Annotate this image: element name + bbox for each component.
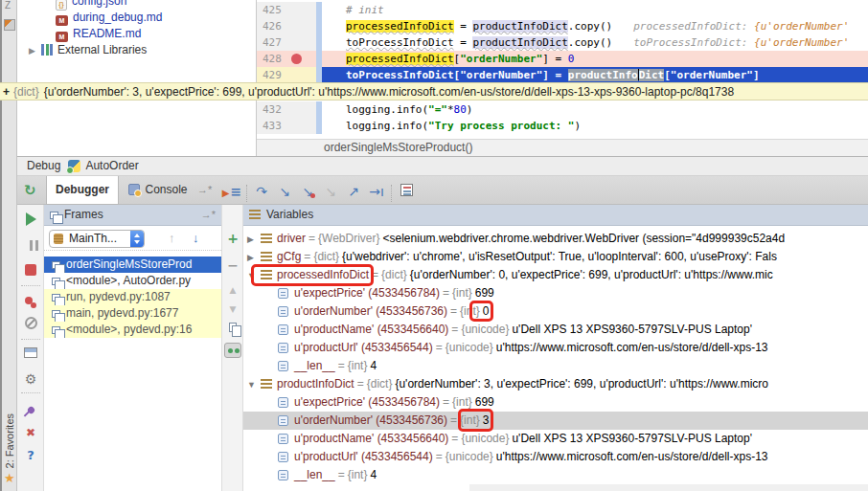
toolbar-separator [246,185,247,202]
top-section: {}config.json Mduring_debug.md MREADME.m… [17,0,868,156]
gutter-427[interactable]: 427 [257,34,316,51]
gutter-433[interactable]: 433 [257,118,316,134]
frames-pin-icon[interactable]: →* [201,205,216,225]
help-icon[interactable]: ? [17,446,44,465]
horizontal-scrollbar-track[interactable] [469,484,868,491]
field-icon [278,470,288,480]
tooltip-expand-icon[interactable]: + [3,85,10,99]
tool-window-stub-icon[interactable] [4,19,15,31]
toolbar-separator [21,339,40,340]
tab-debugger[interactable]: Debugger [46,176,119,205]
variable-row-ordernumber[interactable]: u'orderNumber' (4533456736)={int}0 [243,302,868,321]
evaluate-expression-icon[interactable] [395,179,418,202]
gutter-432[interactable]: 432 [257,101,316,118]
expand-arrow-icon[interactable]: ▶ [247,231,261,248]
tree-item-readme-md[interactable]: MREADME.md [17,26,256,42]
code-line-425[interactable]: 425 # init [257,2,868,18]
show-execution-point-icon[interactable]: ▶≡ [220,180,243,203]
gutter-425[interactable]: 425 [257,2,316,18]
frame-row-current[interactable]: orderSingleMsStoreProd [44,257,221,273]
step-into-icon[interactable]: ↘ [273,180,296,203]
frame-row[interactable]: <module>, AutoOrder.py [44,273,221,289]
view-breakpoints-icon[interactable] [17,291,44,310]
tab-pin-icon[interactable]: →* [197,184,212,195]
code-editor[interactable]: 425 # init 426 processedInfoDict = produ… [257,0,868,156]
pycharm-debug-window: Z 2: Favorites ★ {}config.json Mduring_d… [0,0,868,491]
variable-row-expectprice[interactable]: u'expectPrice' (4533456784)={int}699 [243,284,868,302]
tab-console[interactable]: Console [121,176,195,205]
python-run-config-icon [68,160,80,172]
breakpoint-icon[interactable] [291,54,302,64]
show-watches-icon[interactable] [222,343,243,360]
stop-icon[interactable] [17,262,44,281]
library-icon [41,44,53,56]
frames-list: orderSingleMsStoreProd <module>, AutoOrd… [44,251,221,338]
gutter-429[interactable]: 429 [257,67,316,83]
variable-row-producturl[interactable]: u'productUrl' (4533456544)={unicode}u'ht… [243,339,868,357]
code-line-426[interactable]: 426 processedInfoDict = productInfoDict.… [257,18,868,34]
variables-header: Variables [243,205,868,226]
dropdown-stepper-icon[interactable] [130,230,144,248]
favorites-tool-button[interactable]: 2: Favorites ★ [2,395,18,487]
variable-row-productname[interactable]: u'productName' (4533456640)={unicode}u'D… [243,430,868,448]
pause-program-icon[interactable] [17,237,44,257]
thread-selector-row: MainTh... ↑ ↓ [44,226,221,251]
field-icon [278,415,288,426]
debug-title-bar: DebugAutoOrder [17,157,868,176]
force-step-into-icon[interactable]: ↘ [319,180,342,203]
frame-up-icon[interactable]: ↑ [169,231,175,245]
tree-item-during-debug-md[interactable]: Mduring_debug.md [17,10,256,26]
duplicate-watch-icon[interactable] [222,320,243,337]
variables-panel: Variables ▶driver={WebDriver}<selenium.w… [243,205,868,491]
thread-dropdown[interactable]: MainTh... [49,230,145,248]
annotation-box-ordernumber-3 [458,409,493,432]
code-line-432[interactable]: 432 logging.info("="*80) [257,101,868,118]
pin-tab-icon[interactable] [17,400,44,419]
variable-row-productinfodict[interactable]: ▼productInfoDict={dict}{u'orderNumber': … [243,375,868,393]
variable-row-expectprice[interactable]: u'expectPrice' (4533456784)={int}699 [243,393,868,412]
frame-row-library[interactable]: <module>, pydevd.py:16 [44,322,221,338]
mute-breakpoints-icon[interactable] [17,316,44,335]
restore-layout-icon[interactable] [17,345,44,364]
left-tool-window-bar: Z 2: Favorites ★ [0,0,17,491]
editor-breadcrumb[interactable]: orderSingleMsStoreProduct() [257,139,868,156]
frame-down-icon[interactable]: ↓ [193,231,199,245]
frame-row-library[interactable]: main, pydevd.py:1677 [44,305,221,322]
rerun-icon[interactable]: ↻ [24,182,36,199]
move-watch-up-icon[interactable]: ▲ [222,281,243,299]
remove-watch-icon[interactable]: − [222,257,243,274]
step-out-icon[interactable]: ↗ [342,180,365,203]
settings-gear-icon[interactable]: ⚙ [17,369,44,389]
frames-icon [50,212,58,219]
variable-row-productname[interactable]: u'productName' (4533456640)={unicode}u'D… [243,321,868,339]
resume-program-icon[interactable] [17,212,44,232]
tree-item-external-libraries[interactable]: ▶External Libraries [17,42,256,58]
run-to-cursor-icon[interactable]: →ı [365,180,388,203]
variable-row-len[interactable]: __len__={int}4 [243,466,868,484]
frames-header: Frames →* [44,205,221,226]
field-icon [278,343,288,353]
code-line-433[interactable]: 433 logging.info("Try process product: "… [257,118,868,134]
move-watch-down-icon[interactable]: ▼ [222,301,243,318]
expand-arrow-icon[interactable]: ▶ [29,46,35,56]
gutter-428[interactable]: 428 [257,51,316,67]
field-icon [278,434,288,444]
variable-row-ordernumber-selected[interactable]: u'orderNumber' (4533456736)={int}3 [243,412,868,430]
frame-row-library[interactable]: run, pydevd.py:1087 [44,289,221,305]
variable-row-len[interactable]: __len__={int}4 [243,357,868,375]
step-into-my-code-icon[interactable]: ↘ [296,180,319,203]
close-icon[interactable]: ✖ [17,423,44,442]
frame-icon [52,261,60,269]
code-line-427[interactable]: 427 toProcessInfoDict = productInfoDict.… [257,34,868,51]
code-line-428-breakpoint[interactable]: 428 processedInfoDict["orderNumber"] = 0 [257,51,868,67]
debugger-inline-hint: toProcessInfoDict: [633,36,754,49]
add-watch-icon[interactable]: + [222,230,243,247]
expand-arrow-icon[interactable]: ▼ [247,376,261,393]
thread-icon [54,234,63,244]
variable-row-driver[interactable]: ▶driver={WebDriver}<selenium.webdriver.c… [243,230,868,248]
gutter-426[interactable]: 426 [257,18,316,34]
step-over-icon[interactable]: ↷ [250,180,273,203]
code-line-429-execution-point[interactable]: 429 toProcessInfoDict["orderNumber"] = p… [257,67,868,83]
tree-item-config-json[interactable]: {}config.json [17,0,256,10]
variable-row-producturl[interactable]: u'productUrl' (4533456544)={unicode}u'ht… [243,448,868,466]
